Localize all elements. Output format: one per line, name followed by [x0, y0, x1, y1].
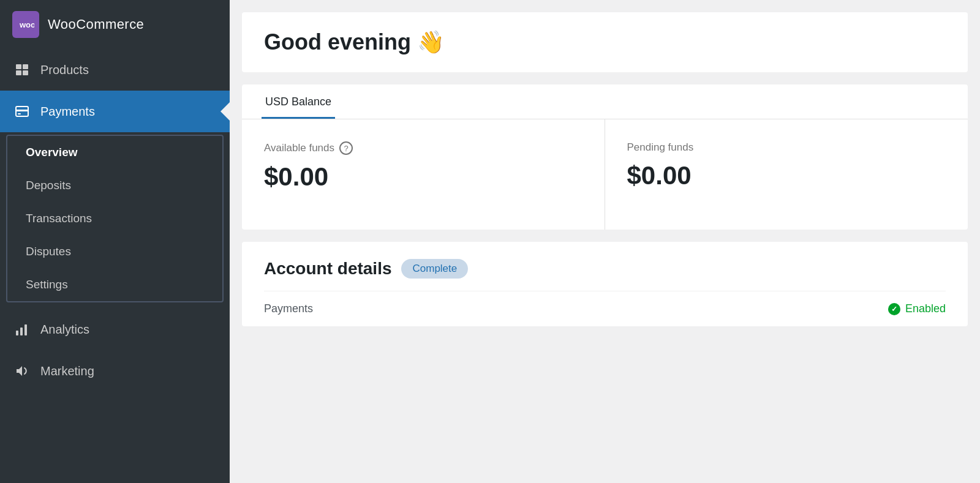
sidebar-item-products[interactable]: Products: [0, 49, 230, 91]
products-icon: [13, 61, 31, 78]
svg-rect-10: [20, 328, 23, 335]
account-payments-label: Payments: [264, 302, 880, 315]
analytics-label: Analytics: [40, 323, 89, 337]
balance-card: USD Balance Available funds ? $0.00 Pend…: [242, 84, 968, 230]
submenu-settings[interactable]: Settings: [7, 268, 222, 301]
submenu-transactions[interactable]: Transactions: [7, 202, 222, 235]
disputes-label: Disputes: [26, 245, 71, 258]
sidebar-item-analytics[interactable]: Analytics: [0, 309, 230, 350]
balance-grid: Available funds ? $0.00 Pending funds $0…: [242, 119, 968, 230]
svg-rect-11: [24, 324, 27, 335]
svg-rect-2: [16, 64, 21, 69]
main-content: Good evening 👋 USD Balance Available fun…: [230, 0, 980, 483]
payments-submenu: Overview Deposits Transactions Disputes …: [6, 135, 224, 302]
payments-icon: [13, 103, 31, 120]
pending-funds-label-row: Pending funds: [627, 141, 946, 154]
brand-name: WooCommerce: [48, 17, 144, 32]
enabled-dot-icon: [888, 303, 900, 315]
greeting-title: Good evening 👋: [264, 29, 946, 55]
svg-text:woo: woo: [19, 20, 34, 29]
greeting-emoji: 👋: [417, 29, 445, 54]
greeting-card: Good evening 👋: [242, 12, 968, 72]
account-details-title: Account details: [264, 259, 391, 279]
products-label: Products: [40, 63, 89, 77]
settings-label: Settings: [26, 278, 68, 291]
usd-balance-tab[interactable]: USD Balance: [262, 84, 335, 119]
analytics-icon: [13, 321, 31, 338]
enabled-status-text: Enabled: [905, 302, 946, 315]
account-complete-badge: Complete: [401, 259, 468, 279]
overview-label: Overview: [26, 146, 78, 159]
transactions-label: Transactions: [26, 212, 92, 225]
sidebar-brand[interactable]: woo WooCommerce: [0, 0, 230, 49]
svg-rect-7: [16, 110, 28, 111]
payments-label: Payments: [40, 105, 95, 119]
submenu-disputes[interactable]: Disputes: [7, 235, 222, 268]
available-funds-cell: Available funds ? $0.00: [242, 119, 605, 230]
balance-tabs: USD Balance: [242, 84, 968, 119]
account-payments-status: Enabled: [888, 302, 946, 315]
svg-rect-9: [16, 331, 18, 335]
account-payments-row: Payments Enabled: [264, 291, 946, 326]
svg-rect-5: [23, 70, 28, 75]
submenu-overview[interactable]: Overview: [7, 136, 222, 169]
pending-funds-cell: Pending funds $0.00: [605, 119, 968, 230]
submenu-deposits[interactable]: Deposits: [7, 169, 222, 202]
account-details-header: Account details Complete: [264, 259, 946, 279]
available-funds-amount: $0.00: [264, 162, 582, 192]
marketing-label: Marketing: [40, 364, 94, 378]
account-details-card: Account details Complete Payments Enable…: [242, 242, 968, 326]
deposits-label: Deposits: [26, 179, 71, 192]
sidebar-item-payments[interactable]: Payments: [0, 91, 230, 132]
svg-rect-4: [16, 70, 21, 75]
sidebar-item-marketing[interactable]: Marketing: [0, 350, 230, 392]
pending-funds-amount: $0.00: [627, 161, 946, 190]
available-funds-help-icon[interactable]: ?: [339, 141, 353, 155]
woo-logo-icon: woo: [12, 11, 39, 38]
available-funds-label-row: Available funds ?: [264, 141, 582, 155]
sidebar: woo WooCommerce Products Payments: [0, 0, 230, 483]
svg-rect-8: [18, 113, 21, 114]
svg-rect-3: [23, 64, 28, 69]
marketing-icon: [13, 362, 31, 380]
